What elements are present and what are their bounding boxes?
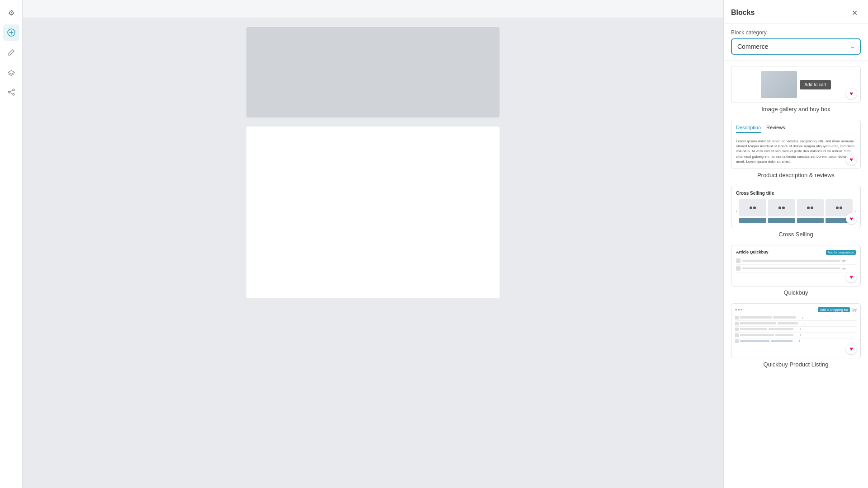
blocks-panel: Blocks ✕ Block category Commerce Layout …	[723, 0, 868, 488]
quickbuy-bar-1	[742, 260, 840, 262]
block-preview-listing[interactable]: ≡ ≡ ≡ Add to shopping list Qty 1	[731, 303, 861, 358]
listing-dot-1	[735, 316, 739, 319]
quickbuy-row-1: qty	[736, 257, 856, 265]
listing-row-2: 1	[735, 321, 857, 327]
block-label-listing: Quickbuy Product Listing	[764, 361, 829, 368]
block-label-quickbuy: Quickbuy	[783, 289, 808, 296]
blocks-header: Blocks ✕	[724, 0, 868, 24]
cross-item-1	[739, 199, 766, 223]
block-label-description: Product description & reviews	[757, 172, 835, 178]
quickbuy-bar-2	[742, 267, 840, 269]
cross-img-2	[768, 199, 795, 216]
canvas-placeholder-top	[246, 27, 500, 117]
add-block-icon[interactable]	[3, 24, 19, 41]
listing-bar-2b	[778, 322, 798, 324]
canvas-top-bar	[23, 0, 723, 18]
category-label: Block category	[731, 29, 861, 36]
sidebar: ⚙	[0, 0, 23, 488]
listing-bar-4a	[740, 334, 774, 336]
canvas-placeholder-bottom	[246, 127, 500, 298]
blocks-panel-title: Blocks	[731, 9, 755, 17]
category-select-wrapper: Commerce Layout Content Media	[731, 38, 861, 55]
block-category-select[interactable]: Commerce Layout Content Media	[731, 38, 861, 55]
block-image-gallery: Add to cart ♥ Image gallery and buy box	[731, 66, 861, 113]
layers-icon[interactable]	[3, 64, 19, 80]
favorite-button-quickbuy[interactable]: ♥	[846, 272, 857, 282]
quickbuy-badge: Add to comparison	[826, 250, 856, 255]
listing-dot-5	[735, 339, 739, 343]
cross-selling-title: Cross Selling title	[736, 191, 856, 196]
listing-bar-4b	[775, 334, 793, 336]
edit-icon[interactable]	[3, 44, 19, 61]
listing-row-4: 1	[735, 333, 857, 338]
block-quickbuy-listing: ≡ ≡ ≡ Add to shopping list Qty 1	[731, 303, 861, 368]
listing-row-5: 1	[735, 338, 857, 344]
listing-bar-3a	[740, 328, 767, 330]
favorite-button-gallery[interactable]: ♥	[846, 88, 857, 99]
tab-description[interactable]: Description	[736, 125, 761, 133]
listing-header-text: ≡ ≡ ≡	[735, 308, 816, 311]
listing-bar-1a	[740, 316, 772, 319]
tab-reviews[interactable]: Reviews	[766, 125, 785, 133]
listing-bar-5a	[740, 340, 769, 342]
main-canvas	[23, 0, 723, 488]
listing-dot-3	[735, 328, 739, 331]
settings-icon[interactable]: ⚙	[3, 5, 19, 21]
close-button[interactable]: ✕	[848, 6, 861, 19]
blocks-list: Add to cart ♥ Image gallery and buy box …	[724, 61, 868, 488]
svg-line-6	[10, 90, 13, 92]
listing-num-4: 1	[795, 334, 801, 337]
cross-img-3	[797, 199, 824, 216]
quickbuy-row-2: qty	[736, 265, 856, 272]
block-preview-gallery[interactable]: Add to cart ♥	[731, 66, 861, 103]
svg-point-4	[8, 91, 10, 93]
cross-buy-btn-2[interactable]	[768, 218, 795, 223]
block-quickbuy: Article Quickbuy Add to comparison qty q…	[731, 245, 861, 296]
quickbuy-qty-1: qty	[842, 259, 856, 262]
listing-bar-5b	[771, 340, 793, 342]
description-text: Lorem ipsum dolor sit amet, consetetur s…	[736, 139, 856, 164]
listing-dot-4	[735, 333, 739, 337]
desc-tabs: Description Reviews	[736, 125, 856, 135]
block-label-cross-selling: Cross Selling	[778, 231, 813, 238]
listing-qty-label: Qty	[852, 308, 857, 311]
favorite-button-cross-selling[interactable]: ♥	[846, 213, 857, 224]
gallery-image	[761, 71, 797, 98]
listing-dot-2	[735, 322, 739, 325]
cross-img-1	[739, 199, 766, 216]
add-to-cart-label: Add to cart	[800, 80, 830, 89]
block-preview-cross-selling[interactable]: Cross Selling title ‹	[731, 186, 861, 228]
cross-buy-btn-1[interactable]	[739, 218, 766, 223]
svg-line-7	[10, 93, 13, 94]
listing-bar-3b	[769, 328, 793, 330]
cross-arrow-right[interactable]: ›	[854, 209, 856, 214]
cross-arrow-left[interactable]: ‹	[736, 209, 737, 214]
listing-num-2: 1	[799, 322, 806, 325]
favorite-button-listing[interactable]: ♥	[846, 343, 857, 354]
block-preview-description[interactable]: Description Reviews Lorem ipsum dolor si…	[731, 120, 861, 169]
listing-header: ≡ ≡ ≡ Add to shopping list Qty	[735, 307, 857, 312]
canvas-content	[23, 18, 723, 488]
block-preview-quickbuy[interactable]: Article Quickbuy Add to comparison qty q…	[731, 245, 861, 286]
listing-row-1: 1	[735, 315, 857, 321]
block-description: Description Reviews Lorem ipsum dolor si…	[731, 120, 861, 178]
listing-badge: Add to shopping list	[818, 307, 850, 312]
listing-num-5: 1	[794, 340, 800, 343]
listing-bar-2a	[740, 322, 776, 324]
listing-bar-1b	[773, 316, 796, 319]
block-label-gallery: Image gallery and buy box	[761, 106, 830, 113]
listing-row-3: 1	[735, 327, 857, 333]
block-cross-selling: Cross Selling title ‹	[731, 186, 861, 238]
cross-buy-btn-3[interactable]	[797, 218, 824, 223]
quickbuy-qty-2: qty	[842, 267, 856, 270]
category-section: Block category Commerce Layout Content M…	[724, 24, 868, 61]
favorite-button-description[interactable]: ♥	[846, 154, 857, 165]
share-icon[interactable]	[3, 84, 19, 100]
quickbuy-dot-1	[736, 258, 741, 263]
listing-num-3: 1	[795, 328, 801, 331]
listing-num-1: 1	[797, 316, 803, 319]
cross-items: ‹	[736, 199, 856, 223]
quickbuy-dot-2	[736, 266, 741, 271]
svg-point-5	[13, 94, 14, 95]
svg-point-3	[13, 89, 14, 91]
